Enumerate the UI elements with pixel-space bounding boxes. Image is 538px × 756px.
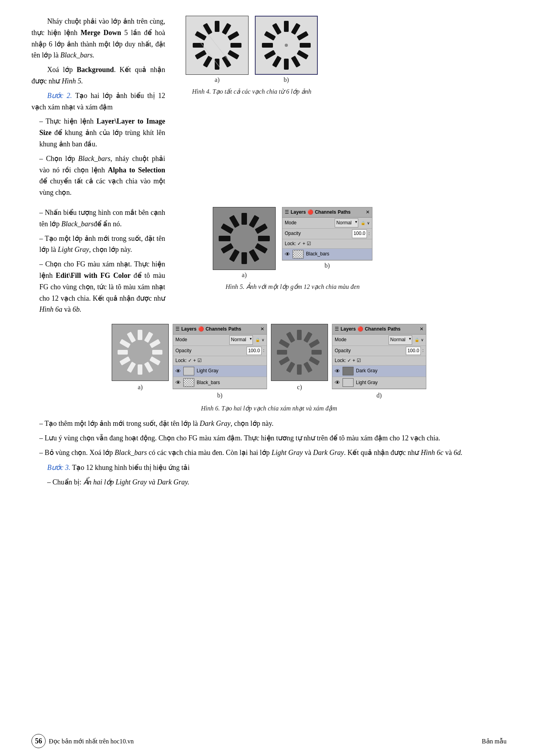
svg-rect-23	[284, 59, 289, 70]
fig4a-svg	[190, 18, 245, 73]
tab-paths-6b[interactable]: Paths	[228, 325, 241, 333]
fig5-images: a) ☰ Layers 🔴 Channels Paths ✕	[213, 207, 372, 280]
footer-left: 56 Đọc bản mới nhất trên hoc10.vn	[31, 734, 134, 748]
edit-fill-bold: Edit\Fill with FG Color	[56, 272, 131, 279]
fig4a-label: a)	[186, 75, 249, 85]
prep-para: – Chuẩn bị: Ẩn hai lớp Light Gray và Dar…	[31, 477, 507, 488]
fig6a-item: a)	[112, 324, 169, 392]
layers-panel-5b: ☰ Layers 🔴 Channels Paths ✕ Mode Normal	[282, 207, 372, 261]
tab-layers-6b[interactable]: Layers	[181, 325, 197, 333]
step3-blue: Bước 3.	[47, 464, 70, 471]
fig5a-container: a)	[213, 207, 276, 280]
layer-eye-icon[interactable]: 👁	[285, 250, 290, 259]
mode-row-6b: Mode Normal 🔒 ∨	[173, 335, 267, 346]
dash8-para: – Bỏ vùng chọn. Xoá lớp Black_bars có cá…	[31, 447, 507, 458]
dash3-para: – Nhấn biểu tượng hình con mắt bên cạnh …	[31, 207, 165, 230]
fig5a-box	[213, 207, 276, 270]
lock-row-6b: Lock: ✓ + ☑	[173, 356, 267, 366]
fig4b-box	[255, 16, 318, 75]
layer-thumb-blackbars-6b	[183, 378, 194, 387]
footer-right: Bản mẫu	[482, 738, 507, 745]
dash4-para: – Tạo một lớp ảnh mới trong suốt, đặt tê…	[31, 233, 165, 256]
mode-select-6d[interactable]: Normal	[389, 335, 412, 344]
fig5-right: a) ☰ Layers 🔴 Channels Paths ✕	[175, 207, 411, 291]
fig4b-label: b)	[255, 75, 318, 85]
fig4a-container: a)	[186, 16, 249, 85]
dash7-para: – Lưu ý vùng chọn vẫn đang hoạt động. Ch…	[31, 433, 507, 444]
step2-blue: Bước 2.	[47, 92, 72, 100]
lock-row-6d: Lock: ✓ + ☑	[332, 356, 426, 366]
fig6a-label: a)	[138, 382, 142, 392]
layer-eye-lightgray[interactable]: 👁	[175, 367, 181, 375]
footer-link: Đọc bản mới nhất trên hoc10.vn	[49, 738, 134, 745]
fig6c-item: c)	[271, 324, 328, 392]
svg-rect-59	[311, 350, 322, 355]
blackbars-italic2: Black_bars	[78, 155, 111, 163]
black-bars-italic: Black_bars.	[60, 51, 94, 59]
svg-rect-56	[297, 330, 302, 340]
dash2: – Chọn lớp Black_bars, nháy chuột phải v…	[31, 153, 165, 198]
tab-channels-6d[interactable]: Channels	[365, 325, 386, 333]
opacity-val-6b[interactable]: 100.0	[247, 347, 262, 355]
tab-paths-6d[interactable]: Paths	[388, 325, 401, 333]
mode-row-6d: Mode Normal 🔒 ∨	[332, 335, 426, 346]
fig4a-box	[186, 16, 249, 75]
tab-layers-6d[interactable]: Layers	[341, 325, 356, 333]
layers-panel-6d: ☰ Layers 🔴 Channels Paths ✕ Mode Normal …	[332, 324, 426, 389]
opacity-val[interactable]: 100.0	[352, 229, 367, 238]
fig5-caption: Hình 5. Ảnh với một lớp gồm 12 vạch chia…	[226, 283, 360, 291]
dash1: – Thực hiện lệnh Layer\Layer to Image Si…	[31, 116, 165, 150]
layer-eye-lightgray-6d[interactable]: 👁	[335, 378, 340, 387]
mode-select-6b[interactable]: Normal	[229, 335, 253, 344]
svg-rect-10	[193, 43, 204, 48]
layer-name-lightgray: Light Gray	[197, 367, 218, 375]
layer-eye-darkgray[interactable]: 👁	[335, 367, 340, 375]
layer-blackbars-item[interactable]: 👁 Black_bars	[282, 249, 372, 260]
layer-lightgray-item-6d[interactable]: 👁 Light Gray	[332, 377, 426, 388]
svg-point-16	[285, 44, 288, 47]
fig6b-label: b)	[217, 390, 222, 401]
fig6a-box	[112, 324, 169, 381]
tab-channels-6b[interactable]: Channels	[206, 325, 227, 333]
tab-channels[interactable]: Channels	[315, 209, 336, 216]
fig6c-svg	[273, 326, 326, 379]
mode-row: Mode Normal 🔒 ∨	[282, 218, 372, 229]
svg-rect-36	[241, 252, 247, 264]
layers-panel-header: ☰ Layers 🔴 Channels Paths ✕	[282, 207, 372, 218]
fig4-right: a)	[177, 16, 326, 96]
svg-rect-43	[138, 330, 142, 340]
svg-rect-52	[118, 350, 128, 355]
prep-italic: Ẩn hai lớp Light Gray và Dark Gray.	[83, 478, 190, 486]
svg-rect-20	[300, 43, 311, 48]
lock-row: Lock: ✓ + ☑	[282, 239, 372, 249]
opacity-row: Opacity 100.0 :	[282, 229, 372, 239]
layer-lightgray-item[interactable]: 👁 Light Gray	[173, 366, 267, 377]
svg-rect-39	[219, 236, 230, 241]
svg-rect-62	[297, 364, 302, 375]
opacity-label: Opacity	[285, 230, 301, 237]
fig5a-svg	[215, 209, 274, 268]
tab-layers[interactable]: Layers	[291, 209, 306, 216]
layer-eye-blackbars-6b[interactable]: 👁	[175, 378, 181, 387]
svg-rect-26	[262, 43, 273, 48]
background-bold: Background	[77, 66, 114, 74]
fig5-row: – Nhấn biểu tượng hình con mắt bên cạnh …	[31, 207, 507, 318]
fig6d-label: d)	[376, 390, 381, 401]
layer-thumb-darkgray	[343, 367, 354, 375]
fig6-caption: Hình 6. Tạo hai lớp vạch chia xám nhạt v…	[201, 405, 337, 412]
tab-paths[interactable]: Paths	[338, 209, 351, 216]
layer-blackbars-item-6b[interactable]: 👁 Black_bars	[173, 377, 267, 388]
opacity-val-6d[interactable]: 100.0	[406, 347, 421, 355]
fig4-caption: Hình 4. Tạo tất cả các vạch chia từ 6 lớ…	[192, 87, 311, 96]
fig4-images: a)	[186, 16, 318, 85]
merge-down-bold: Merge Down	[81, 29, 121, 37]
layer-name-lightgray-6d: Light Gray	[356, 379, 378, 386]
hinh5-italic: Hình 5.	[62, 77, 83, 85]
layer-name-blackbars: Black_bars	[306, 250, 329, 258]
mode-select[interactable]: Normal	[335, 218, 358, 227]
layer-darkgray-item[interactable]: 👁 Dark Gray	[332, 366, 426, 377]
para1: Nháy chuột phải vào lớp ảnh trên cùng, t…	[31, 16, 165, 61]
fig6a-svg	[114, 326, 167, 379]
layer-name-blackbars-6b: Black_bars	[197, 379, 220, 386]
fig5a-label: a)	[242, 270, 247, 280]
